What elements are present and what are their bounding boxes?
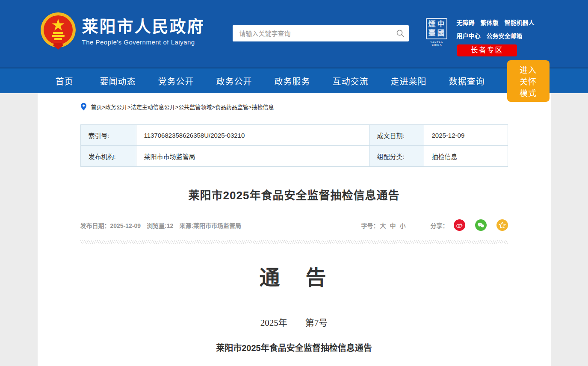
main-nav: 首页 要闻动态 党务公开 政务公开 政务服务 互动交流 走进莱阳 数据查询 进入… [0,68,588,93]
header-search [233,25,409,41]
dotted-divider [80,240,508,244]
wechat-share-icon[interactable] [475,219,487,231]
share-label: 分享： [431,221,449,230]
page-title: 莱阳市2025年食品安全监督抽检信息通告 [80,186,508,202]
site-subtitle: The People's Government of Laiyang [82,38,205,46]
article-meta: 发布日期：2025-12-09 浏览量:12 来源:莱阳市市场监管局 字号： 大… [80,219,508,231]
link-user-center[interactable]: 用户中心 [457,31,481,40]
notice-heading: 通 告 [80,261,508,291]
link-smart-robot[interactable]: 智能机器人 [505,18,535,27]
nav-item-gov-disclosure[interactable]: 政务公开 [216,75,252,87]
doc-date-value: 2025-12-09 [424,125,508,146]
source: 来源:莱阳市市场监管局 [179,221,241,230]
notice-body-paragraph: 根据《中华人民共和国食品安全法》及其实施条例等有关规定和莱阳市食品安全监督抽检计… [74,362,514,366]
nav-item-party-affairs[interactable]: 党务公开 [158,75,194,87]
link-accessibility[interactable]: 无障碍 [457,18,475,27]
search-icon [396,29,405,38]
seal-char: 國 [437,30,445,37]
elder-zone-button[interactable]: 长者专区 [457,44,517,56]
national-emblem-icon [40,12,76,51]
nav-item-home[interactable]: 首页 [56,75,74,87]
site-header: 莱阳市人民政府 The People's Government of Laiya… [0,0,588,68]
nav-item-data-query[interactable]: 数据查询 [449,75,485,87]
doc-info-table: 索引号: 11370682358626358U/2025-03210 成文日期:… [80,124,508,167]
notice-issue-number: 2025年 第7号 [80,316,508,328]
breadcrumb: 首页>政务公开>法定主动信息公开>公共监管领域>食品药品监管>抽检信息 [80,103,508,111]
nav-item-interaction[interactable]: 互动交流 [333,75,369,87]
seal-char: 煙 [428,21,436,28]
qzone-share-icon[interactable] [496,219,508,231]
link-gov-secure-mail[interactable]: 公务安全邮箱 [487,31,523,40]
nav-item-gov-services[interactable]: 政务服务 [275,75,310,87]
doc-date-label: 成文日期: [369,125,424,146]
location-pin-icon [80,103,87,111]
seal-char: 臺 [428,30,436,37]
doc-index-value: 11370682358626358U/2025-03210 [136,125,369,146]
font-size-small[interactable]: 小 [400,221,406,230]
nav-item-news[interactable]: 要闻动态 [100,75,136,87]
doc-issuer-value: 莱阳市市场监管局 [136,146,369,167]
search-button[interactable] [392,25,409,41]
notice-subtitle: 莱阳市2025年食品安全监督抽检信息通告 [80,341,508,354]
table-row: 发布机构: 莱阳市市场监管局 组配分类: 抽检信息 [80,146,508,167]
yantai-china-logo: 煙 中 臺 國 YANTAI-CHINA [426,18,448,46]
doc-index-label: 索引号: [80,125,136,146]
font-size-large[interactable]: 大 [380,221,386,230]
search-input[interactable] [233,25,392,41]
view-count: 浏览量:12 [147,221,173,230]
link-traditional-chinese[interactable]: 繁体版 [481,18,499,27]
font-size-label: 字号： [361,221,379,230]
nav-item-about-laiyang[interactable]: 走进莱阳 [391,75,427,87]
publish-date: 发布日期：2025-12-09 [80,221,141,230]
site-title: 莱阳市人民政府 [82,18,205,36]
table-row: 索引号: 11370682358626358U/2025-03210 成文日期:… [80,125,508,146]
article-page: 首页>政务公开>法定主动信息公开>公共监管领域>食品药品监管>抽检信息 索引号:… [38,93,551,366]
font-size-medium[interactable]: 中 [390,221,396,230]
breadcrumb-path[interactable]: 首页>政务公开>法定主动信息公开>公共监管领域>食品药品监管>抽检信息 [91,103,274,111]
weibo-share-icon[interactable] [454,219,465,231]
doc-category-value: 抽检信息 [424,146,508,167]
doc-category-label: 组配分类: [369,146,424,167]
doc-issuer-label: 发布机构: [80,146,136,167]
seal-char: 中 [437,21,445,28]
site-brand[interactable]: 莱阳市人民政府 The People's Government of Laiya… [40,12,205,51]
seal-caption: YANTAI-CHINA [426,41,448,46]
